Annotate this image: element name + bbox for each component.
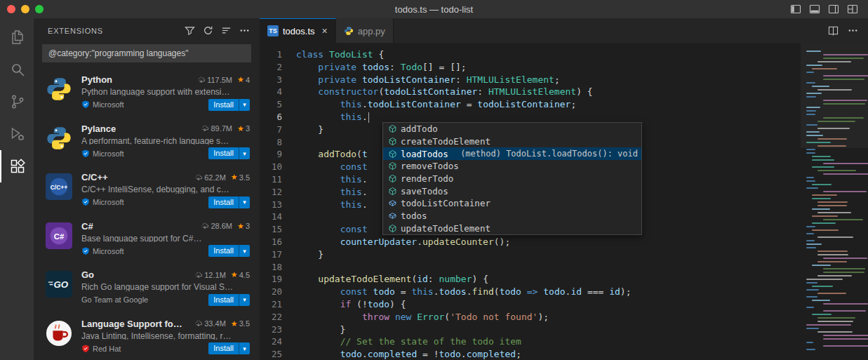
install-dropdown-icon[interactable]: ▾: [239, 99, 250, 111]
sort-icon[interactable]: [221, 25, 232, 36]
minimap-line: [812, 300, 830, 301]
extension-name: Python: [81, 74, 112, 85]
line-number: 2: [260, 61, 296, 74]
minimap-line: [817, 128, 850, 129]
verified-publisher-icon: [81, 198, 90, 206]
minimap-line: [823, 219, 863, 220]
install-button[interactable]: Install▾: [208, 342, 250, 354]
suggestion-createTodoElement[interactable]: createTodoElement: [383, 135, 641, 148]
install-button[interactable]: Install▾: [208, 99, 250, 111]
activity-bar: [0, 18, 34, 360]
minimap-line: [806, 240, 815, 241]
filter-icon[interactable]: [185, 25, 195, 36]
symbol-method-icon: [386, 174, 399, 183]
layout-sidebar-right-icon[interactable]: [828, 4, 839, 15]
suggestion-todos[interactable]: todos: [383, 210, 641, 222]
symbol-method-icon: [386, 149, 399, 159]
install-dropdown-icon[interactable]: ▾: [239, 147, 250, 159]
minimap-line: [806, 296, 817, 298]
minimap-line: [806, 180, 815, 182]
rating-value: 4: [246, 76, 250, 84]
customize-layout-icon[interactable]: [847, 4, 858, 15]
install-dropdown-icon[interactable]: ▾: [239, 196, 250, 208]
activity-bar-run-debug[interactable]: [0, 118, 34, 150]
minimap-line: [812, 222, 836, 224]
minimap-line: [812, 68, 837, 69]
extension-description: C/C++ IntelliSense, debugging, and c…: [81, 185, 250, 194]
install-button[interactable]: Install▾: [208, 196, 250, 208]
explorer-icon: [9, 29, 26, 46]
install-button[interactable]: Install▾: [208, 147, 250, 159]
tab-label: app.py: [358, 26, 385, 36]
activity-bar-source-control[interactable]: [0, 86, 34, 118]
vscode-window: todos.ts — todo-list EXTENSIONS Python11…: [0, 0, 868, 360]
extension-list-item[interactable]: C#C#28.6M★3Base language support for C#……: [34, 215, 260, 264]
minimap-line: [817, 251, 848, 252]
activity-bar-search[interactable]: [0, 53, 34, 86]
publisher-name: Microsoft: [93, 100, 124, 109]
extension-list-item[interactable]: C/C++C/C++62.2M★3.5C/C++ IntelliSense, d…: [34, 166, 260, 215]
suggestion-updateTodoElement[interactable]: updateTodoElement: [383, 222, 641, 235]
extension-list-item[interactable]: Pylance89.7M★3A performant, feature-rich…: [34, 117, 260, 166]
suggestion-addTodo[interactable]: addTodo: [383, 123, 641, 135]
download-count: 62.2M: [194, 173, 226, 182]
refresh-icon[interactable]: [203, 25, 213, 36]
extension-search-input[interactable]: [42, 44, 251, 62]
minimap[interactable]: [801, 43, 868, 360]
publisher-name: Microsoft: [93, 198, 124, 206]
install-dropdown-icon[interactable]: ▾: [239, 294, 250, 306]
activity-bar-explorer[interactable]: [0, 21, 34, 53]
extension-list-item[interactable]: Language Support fo…33.4M★3.5Java Lintin…: [34, 312, 260, 360]
extension-list-item[interactable]: GOGo12.1M★4.5Rich Go language support fo…: [34, 263, 260, 312]
suggestion-renderTodo[interactable]: renderTodo: [383, 173, 641, 185]
minimap-line: [817, 170, 856, 171]
install-button[interactable]: Install▾: [208, 294, 250, 306]
extension-description: Java Linting, Intellisense, formatting, …: [81, 331, 250, 340]
suggestion-removeTodos[interactable]: removeTodos: [383, 160, 641, 173]
close-window-button[interactable]: [7, 5, 15, 13]
line-number: 7: [260, 124, 296, 136]
tab-app.py[interactable]: app.py: [336, 18, 394, 43]
minimap-line: [812, 229, 839, 231]
suggestion-loadTodos[interactable]: loadTodos(method) TodoList.loadTodos(): …: [383, 147, 641, 160]
minimap-line: [812, 194, 837, 196]
line-number: 6: [260, 111, 296, 124]
minimap-line: [823, 54, 868, 55]
split-editor-icon[interactable]: [828, 25, 839, 36]
download-value: 62.2M: [204, 173, 226, 182]
minimap-line: [806, 114, 815, 115]
publisher: Go Team at Google: [81, 295, 148, 304]
minimap-line: [806, 124, 817, 126]
source-control-icon: [9, 93, 26, 110]
extension-description: A performant, feature-rich language s…: [81, 136, 250, 145]
minimap-line: [817, 212, 851, 213]
activity-bar-extensions[interactable]: [0, 150, 34, 182]
tab-todos.ts[interactable]: TStodos.ts×: [260, 18, 336, 43]
minimap-line: [806, 152, 815, 154]
minimap-line: [823, 335, 868, 336]
suggestion-todoListContainer[interactable]: todoListContainer: [383, 197, 641, 210]
titlebar: todos.ts — todo-list: [0, 0, 868, 18]
install-dropdown-icon[interactable]: ▾: [239, 245, 250, 257]
install-dropdown-icon[interactable]: ▾: [239, 342, 250, 354]
line-number: 23: [260, 324, 296, 336]
extension-title-row: C/C++62.2M★3.5: [81, 172, 250, 182]
minimap-line: [817, 331, 853, 333]
more-actions-icon[interactable]: [239, 25, 250, 36]
more-actions-icon[interactable]: [848, 25, 858, 36]
close-tab-icon[interactable]: ×: [322, 26, 328, 36]
layout-panel-icon[interactable]: [809, 4, 820, 15]
suggestion-saveTodos[interactable]: saveTodos: [383, 185, 641, 197]
zoom-window-button[interactable]: [35, 5, 44, 13]
extension-details: C#28.6M★3Base language support for C#…Mi…: [81, 221, 250, 258]
download-count: 12.1M: [194, 271, 226, 279]
publisher: Microsoft: [81, 100, 124, 109]
code-text: updateTodoElement(id: number) {: [296, 273, 488, 286]
symbol-method-icon: [386, 187, 399, 196]
install-button[interactable]: Install▾: [208, 245, 250, 257]
rating-value: 3.5: [239, 173, 250, 182]
minimize-window-button[interactable]: [21, 5, 29, 13]
layout-sidebar-left-icon[interactable]: [790, 4, 801, 15]
extension-list-item[interactable]: Python117.5M★4Python language support wi…: [34, 68, 260, 117]
minimap-line: [812, 286, 833, 287]
